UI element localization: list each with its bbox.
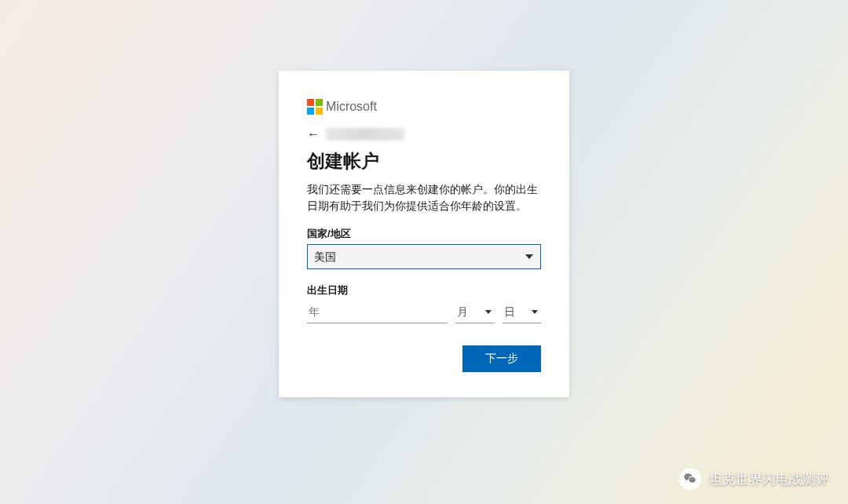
button-row: 下一步 (307, 345, 541, 372)
brand-row: Microsoft (307, 99, 541, 115)
brand-text: Microsoft (326, 100, 377, 114)
dob-day-select[interactable]: 日 (503, 301, 542, 323)
dob-field: 出生日期 月 日 (307, 283, 541, 323)
dob-label: 出生日期 (307, 283, 541, 298)
signup-card: Microsoft ← 创建帐户 我们还需要一点信息来创建你的帐户。你的出生日期… (279, 71, 569, 397)
country-select[interactable]: 美国 (307, 244, 541, 269)
country-select-wrap: 美国 (307, 244, 541, 269)
back-row: ← (307, 127, 541, 141)
watermark-text: 坦克世界闪电战测评 (709, 470, 829, 488)
dob-year-input[interactable] (307, 301, 448, 323)
country-label: 国家/地区 (307, 227, 541, 241)
country-field: 国家/地区 美国 (307, 227, 541, 269)
next-button[interactable]: 下一步 (462, 345, 541, 372)
dob-month-select[interactable]: 月 (455, 301, 495, 323)
microsoft-logo-icon (307, 99, 323, 115)
page-title: 创建帐户 (307, 149, 541, 173)
watermark: 坦克世界闪电战测评 (679, 468, 829, 490)
redacted-email (326, 128, 404, 141)
description-text: 我们还需要一点信息来创建你的帐户。你的出生日期有助于我们为你提供适合你年龄的设置… (307, 181, 541, 214)
wechat-icon (679, 468, 701, 490)
back-arrow-icon[interactable]: ← (307, 127, 320, 141)
dob-row: 月 日 (307, 301, 541, 323)
